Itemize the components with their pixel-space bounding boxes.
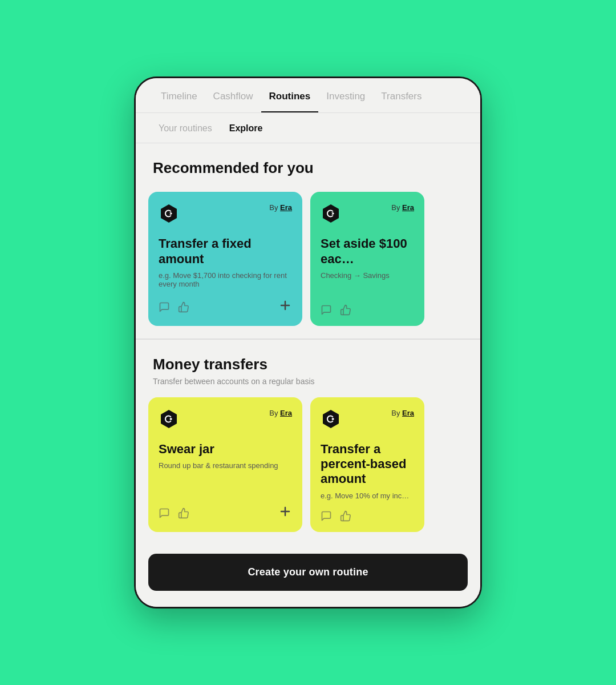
create-btn-container: Create your own routine <box>136 545 480 607</box>
svg-marker-7 <box>323 410 339 428</box>
card-actions-swear-jar <box>159 507 189 519</box>
card-author-transfer-percent[interactable]: Era <box>402 409 414 417</box>
card-author-transfer-fixed[interactable]: Era <box>280 203 292 212</box>
card-author-set-aside[interactable]: Era <box>402 203 414 212</box>
like-button-transfer-percent[interactable] <box>340 510 351 522</box>
nav-tab-timeline[interactable]: Timeline <box>153 91 205 112</box>
card-top-set-aside: By Era <box>321 203 414 226</box>
routine-icon-transfer-fixed <box>159 203 179 226</box>
top-nav: TimelineCashflowRoutinesInvestingTransfe… <box>136 78 480 113</box>
create-routine-button[interactable]: Create your own routine <box>148 554 468 591</box>
routine-icon-transfer-percent <box>321 409 341 432</box>
card-actions-set-aside <box>321 304 351 316</box>
like-button-transfer-fixed[interactable] <box>178 301 189 313</box>
card-top-transfer-fixed: By Era <box>159 203 292 226</box>
card-desc-set-aside: Checking → Savings <box>321 271 414 294</box>
card-by-set-aside: By Era <box>391 203 414 212</box>
routine-icon-swear-jar <box>159 409 179 432</box>
card-top-swear-jar: By Era <box>159 409 292 432</box>
section-title-money-transfers: Money transfers <box>153 356 463 373</box>
section-header-money-transfers: Money transfersTransfer between accounts… <box>136 340 480 397</box>
sub-nav-tab-explore[interactable]: Explore <box>224 113 269 143</box>
card-author-swear-jar[interactable]: Era <box>280 409 292 417</box>
sections-container: Recommended for you By EraTransfer a fix… <box>136 143 480 544</box>
svg-marker-0 <box>161 204 177 223</box>
card-set-aside[interactable]: By EraSet aside $100 eac…Checking → Savi… <box>310 192 424 326</box>
cards-row-money-transfers: By EraSwear jarRound up bar & restaurant… <box>136 397 480 545</box>
section-header-recommended: Recommended for you <box>136 143 480 192</box>
add-button-transfer-fixed[interactable] <box>278 299 292 316</box>
card-transfer-fixed[interactable]: By EraTransfer a fixed amounte.g. Move $… <box>148 192 302 326</box>
card-footer-set-aside <box>321 304 414 316</box>
card-footer-transfer-fixed <box>159 299 292 316</box>
nav-tab-cashflow[interactable]: Cashflow <box>205 91 261 112</box>
card-title-swear-jar: Swear jar <box>159 442 292 457</box>
section-title-recommended: Recommended for you <box>153 159 463 177</box>
nav-tab-transfers[interactable]: Transfers <box>373 91 429 112</box>
card-transfer-percent[interactable]: By EraTransfer a percent‑based amounte.g… <box>310 397 424 532</box>
card-footer-swear-jar <box>159 505 292 522</box>
routine-icon-set-aside <box>321 203 341 226</box>
comment-button-set-aside[interactable] <box>321 304 332 316</box>
card-by-transfer-percent: By Era <box>391 409 414 417</box>
card-actions-transfer-percent <box>321 510 351 522</box>
phone-frame: TimelineCashflowRoutinesInvestingTransfe… <box>134 76 482 608</box>
nav-tab-investing[interactable]: Investing <box>318 91 373 112</box>
like-button-swear-jar[interactable] <box>178 507 189 519</box>
comment-button-swear-jar[interactable] <box>159 507 170 519</box>
comment-button-transfer-fixed[interactable] <box>159 301 170 313</box>
card-desc-swear-jar: Round up bar & restaurant spending <box>159 461 292 494</box>
card-footer-transfer-percent <box>321 510 414 522</box>
svg-marker-3 <box>323 204 339 223</box>
card-swear-jar[interactable]: By EraSwear jarRound up bar & restaurant… <box>148 397 302 532</box>
card-desc-transfer-percent: e.g. Move 10% of my inc… <box>321 491 414 500</box>
nav-tab-routines[interactable]: Routines <box>261 91 319 112</box>
card-title-transfer-fixed: Transfer a fixed amount <box>159 236 292 267</box>
card-title-transfer-percent: Transfer a percent‑based amount <box>321 442 414 487</box>
section-subtitle-money-transfers: Transfer between accounts on a regular b… <box>153 377 463 386</box>
card-desc-transfer-fixed: e.g. Move $1,700 into checking for rent … <box>159 271 292 288</box>
sub-nav: Your routinesExplore <box>136 113 480 143</box>
sub-nav-tab-your-routines[interactable]: Your routines <box>153 113 218 143</box>
card-by-swear-jar: By Era <box>269 409 292 417</box>
add-button-swear-jar[interactable] <box>278 505 292 522</box>
card-top-transfer-percent: By Era <box>321 409 414 432</box>
card-by-transfer-fixed: By Era <box>269 203 292 212</box>
cards-row-recommended: By EraTransfer a fixed amounte.g. Move $… <box>136 192 480 339</box>
comment-button-transfer-percent[interactable] <box>321 510 332 522</box>
svg-marker-4 <box>161 410 177 428</box>
like-button-set-aside[interactable] <box>340 304 351 316</box>
card-title-set-aside: Set aside $100 eac… <box>321 236 414 267</box>
card-actions-transfer-fixed <box>159 301 189 313</box>
